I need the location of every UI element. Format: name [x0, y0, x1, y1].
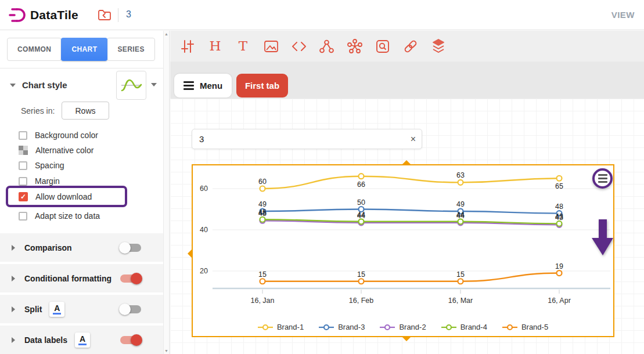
clear-input-icon[interactable]: × — [411, 133, 416, 145]
line-chart: 20406016, Jan16, Feb16, Mar16, Apr606663… — [193, 165, 613, 309]
image-icon[interactable] — [263, 38, 279, 54]
menu-button[interactable]: Menu — [174, 74, 232, 97]
dashboard-tabs-bar: Menu First tab — [170, 62, 644, 99]
legend-item[interactable]: Brand-5 — [502, 323, 548, 331]
svg-text:45: 45 — [258, 208, 267, 216]
conditional-formatting-toggle[interactable] — [120, 274, 141, 283]
checkbox-icon[interactable] — [19, 161, 27, 170]
svg-text:40: 40 — [200, 226, 208, 234]
series-in-label: Series in: — [21, 106, 55, 115]
chevron-down-icon[interactable] — [10, 84, 16, 87]
checkbox-allow-download[interactable]: ✓ Allow download — [19, 191, 92, 203]
sliders-icon[interactable] — [179, 38, 195, 54]
heading-icon[interactable]: H — [207, 38, 223, 54]
sidebar-tabs: COMMON CHART SERIES — [7, 38, 155, 61]
nodes-icon[interactable] — [319, 38, 334, 54]
checkbox-label: Adapt size to data — [35, 211, 100, 221]
svg-text:16, Feb: 16, Feb — [349, 297, 373, 305]
text-icon[interactable]: T — [235, 38, 251, 54]
checkbox-icon[interactable] — [19, 212, 27, 221]
legend-item[interactable]: Brand-4 — [441, 323, 487, 331]
font-style-icon[interactable]: A — [49, 302, 64, 317]
resize-handle-top[interactable] — [402, 160, 411, 165]
checkbox-alternative-color[interactable]: Alternative color — [19, 145, 93, 156]
sidebar-divider — [0, 68, 164, 68]
checkbox-label: Alternative color — [35, 146, 93, 155]
chevron-right-icon[interactable] — [12, 245, 15, 251]
legend-marker-icon — [441, 324, 456, 331]
chart-type-picker[interactable] — [116, 71, 146, 100]
svg-text:48: 48 — [555, 203, 563, 211]
checkbox-icon[interactable] — [19, 131, 27, 140]
title-input[interactable] — [199, 129, 397, 149]
tab-first-tab[interactable]: First tab — [236, 74, 288, 97]
legend-label: Brand-2 — [399, 323, 426, 331]
search-widget-icon[interactable] — [375, 38, 390, 54]
checkbox-background-color[interactable]: Background color — [19, 129, 98, 141]
section-conditional-formatting[interactable]: Conditional formatting — [0, 264, 164, 294]
checkbox-label: Margin — [35, 176, 60, 186]
legend-marker-icon — [502, 324, 517, 331]
view-button[interactable]: VIEW — [611, 10, 635, 20]
data-labels-toggle[interactable] — [120, 336, 141, 344]
svg-text:43: 43 — [555, 212, 563, 221]
resize-handle-left[interactable] — [188, 249, 192, 258]
scroll-up-icon[interactable]: ▲ — [164, 32, 169, 36]
chevron-right-icon[interactable] — [12, 337, 15, 343]
checkbox-icon[interactable] — [19, 177, 27, 186]
svg-text:15: 15 — [258, 270, 267, 279]
app-title: DataTile — [30, 8, 78, 22]
legend-label: Brand-4 — [460, 323, 487, 331]
chart-tile[interactable]: 20406016, Jan16, Feb16, Mar16, Apr606663… — [192, 164, 614, 337]
menu-label: Menu — [200, 81, 222, 91]
legend-item[interactable]: Brand-3 — [319, 323, 365, 331]
app-logo[interactable]: DataTile — [8, 6, 78, 24]
layers-icon[interactable] — [430, 38, 446, 54]
document-number[interactable]: 3 — [126, 9, 131, 20]
section-data-labels[interactable]: Data labels A — [0, 326, 164, 354]
svg-text:15: 15 — [456, 270, 465, 279]
code-icon[interactable] — [291, 38, 307, 54]
font-style-icon[interactable]: A — [75, 333, 90, 348]
svg-text:44: 44 — [456, 211, 465, 219]
checkbox-adapt-size[interactable]: Adapt size to data — [19, 210, 100, 222]
picker-chevron-down-icon[interactable] — [151, 83, 157, 86]
svg-text:49: 49 — [456, 200, 465, 208]
tab-series[interactable]: SERIES — [107, 38, 154, 61]
dashboard-canvas: × 20406016, Jan16, Feb16, Mar16, Apr6066… — [170, 99, 644, 354]
section-comparison[interactable]: Comparison — [0, 233, 164, 263]
sidebar-scrollbar[interactable]: ▲ ▼ — [163, 31, 168, 354]
tab-chart[interactable]: CHART — [61, 38, 107, 61]
chevron-right-icon[interactable] — [12, 306, 15, 312]
legend-item[interactable]: Brand-2 — [380, 323, 426, 331]
svg-text:15: 15 — [357, 270, 365, 279]
comparison-toggle[interactable] — [120, 244, 141, 252]
checkbox-checked-icon[interactable]: ✓ — [19, 192, 28, 201]
alternative-color-icon[interactable] — [19, 146, 28, 155]
section-split[interactable]: Split A — [0, 295, 164, 324]
checkbox-spacing[interactable]: Spacing — [19, 160, 64, 171]
scroll-down-icon[interactable]: ▼ — [164, 349, 169, 353]
resize-handle-bottom[interactable] — [402, 337, 411, 341]
folder-back-icon[interactable] — [98, 9, 111, 21]
legend-item[interactable]: Brand-1 — [258, 323, 304, 331]
app-window: DataTile 3 VIEW COMMON CHART SERIES Char… — [0, 0, 644, 354]
settings-sidebar: COMMON CHART SERIES Chart style Series i… — [0, 31, 170, 354]
link-icon[interactable] — [402, 38, 418, 54]
svg-text:16, Jan: 16, Jan — [250, 297, 274, 305]
split-toggle[interactable] — [120, 305, 141, 313]
tile-menu-icon[interactable] — [592, 168, 613, 189]
svg-text:16, Apr: 16, Apr — [548, 297, 571, 305]
cluster-icon[interactable] — [347, 38, 362, 54]
legend-label: Brand-1 — [277, 323, 304, 331]
datatile-logo-icon — [8, 6, 27, 24]
svg-text:49: 49 — [258, 200, 267, 208]
chart-legend: Brand-1 Brand-3 Brand-2 Brand-4 Brand-5 — [193, 323, 613, 331]
series-in-rows-button[interactable]: Rows — [62, 102, 109, 120]
checkbox-margin[interactable]: Margin — [19, 175, 60, 187]
legend-label: Brand-5 — [521, 323, 548, 331]
chevron-right-icon[interactable] — [12, 276, 15, 281]
checkbox-label: Spacing — [35, 161, 64, 170]
tab-common[interactable]: COMMON — [7, 38, 62, 61]
top-bar: DataTile 3 VIEW — [0, 0, 644, 30]
